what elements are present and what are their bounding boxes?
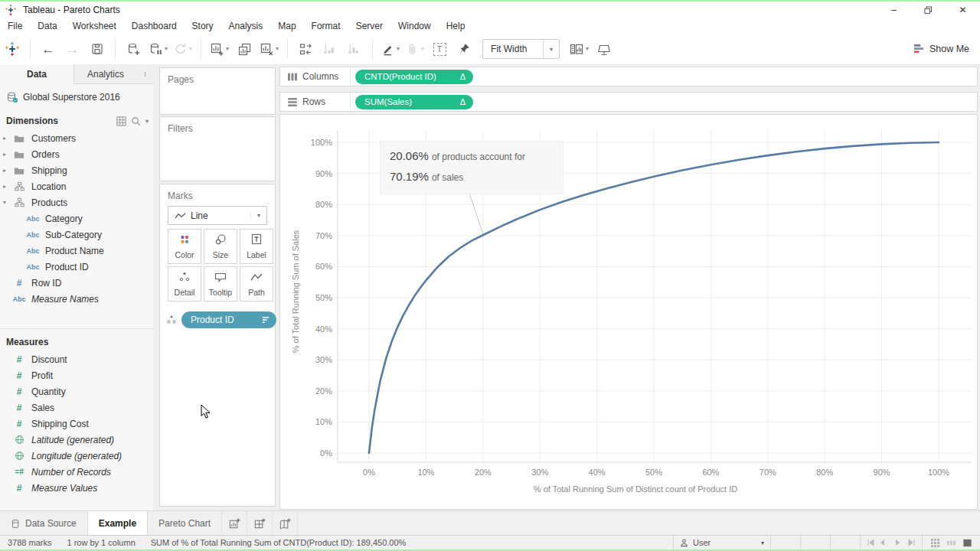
pause-updates-button[interactable]: ▾ — [146, 38, 170, 60]
field-shipping[interactable]: ▸Shipping — [0, 162, 153, 178]
menu-data[interactable]: Data — [30, 21, 64, 31]
clear-sheet-button[interactable]: ▾ — [257, 38, 281, 60]
save-button[interactable] — [86, 38, 109, 60]
filters-shelf[interactable]: Filters — [159, 116, 276, 181]
restore-button[interactable] — [911, 2, 946, 18]
collapse-icon[interactable]: ▾ — [0, 199, 9, 206]
field-products[interactable]: ▾Products — [0, 194, 153, 210]
tab-pareto-chart[interactable]: Pareto Chart — [148, 511, 222, 536]
show-hide-cards-button[interactable]: ▾ — [567, 38, 591, 60]
presentation-mode-button[interactable] — [593, 38, 616, 60]
columns-icon — [287, 72, 298, 82]
color-button[interactable]: Color — [168, 229, 201, 264]
tab-analytics[interactable]: Analytics — [74, 64, 137, 84]
menu-map[interactable]: Map — [270, 21, 303, 31]
close-button[interactable]: ✕ — [946, 2, 980, 18]
field-sub-category[interactable]: AbcSub-Category — [0, 227, 153, 243]
swap-rows-columns-button[interactable] — [294, 38, 317, 60]
menu-story[interactable]: Story — [185, 21, 221, 31]
expand-icon[interactable]: ▸ — [0, 167, 9, 174]
field-category[interactable]: AbcCategory — [0, 210, 153, 227]
rows-shelf[interactable]: Rows SUM(Sales) Δ — [279, 92, 978, 112]
search-icon[interactable] — [131, 116, 141, 126]
datasource-row[interactable]: Global Superstore 2016 — [0, 87, 153, 107]
expand-icon[interactable]: ▸ — [0, 135, 9, 142]
new-story-tab-button[interactable] — [273, 511, 298, 536]
menu-analysis[interactable]: Analysis — [221, 21, 271, 31]
fit-dropdown[interactable]: Fit Width ▾ — [482, 39, 560, 59]
filmstrip-view-icon[interactable] — [946, 538, 956, 548]
minimize-button[interactable]: – — [877, 2, 911, 18]
pane-pin-icon[interactable]: ↕ — [137, 64, 153, 84]
tooltip-button[interactable]: Tooltip — [204, 266, 237, 302]
chart-sheet[interactable]: 0%10%20%30%40%50%60%70%80%90%100%0%10%20… — [279, 114, 978, 510]
marks-count: 3788 marks — [0, 538, 59, 547]
new-worksheet-button[interactable]: ▾ — [207, 38, 231, 60]
redo-button[interactable]: → — [61, 38, 84, 60]
tab-example[interactable]: Example — [88, 511, 148, 536]
group-members-button[interactable]: ▾ — [403, 38, 426, 60]
field-sales[interactable]: #Sales — [0, 399, 153, 416]
sort-ascending-button[interactable] — [318, 38, 341, 60]
field-shipping-cost[interactable]: #Shipping Cost — [0, 416, 153, 432]
mark-type-dropdown[interactable]: Line ▾ — [168, 206, 267, 225]
field-number-of-records[interactable]: =#Number of Records — [0, 464, 153, 480]
field-longitude-generated-[interactable]: Longitude (generated) — [0, 448, 153, 464]
columns-shelf[interactable]: Columns CNTD(Product ID) Δ — [279, 67, 978, 86]
expand-icon[interactable]: ▸ — [0, 151, 9, 158]
field-latitude-generated-[interactable]: Latitude (generated) — [0, 432, 153, 448]
field-profit[interactable]: #Profit — [0, 367, 153, 383]
duplicate-button[interactable] — [233, 38, 256, 60]
columns-pill[interactable]: CNTD(Product ID) Δ — [355, 70, 473, 84]
field-location[interactable]: ▸Location — [0, 178, 153, 194]
undo-button[interactable]: ← — [37, 38, 60, 60]
add-data-button[interactable] — [122, 38, 145, 60]
field-discount[interactable]: #Discount — [0, 351, 153, 367]
label-button[interactable]: Label — [240, 229, 273, 264]
field-quantity[interactable]: #Quantity — [0, 383, 153, 399]
expand-icon[interactable]: ▸ — [0, 183, 9, 190]
tab-data-source[interactable]: Data Source — [0, 511, 88, 536]
pages-shelf[interactable]: Pages — [159, 67, 276, 115]
menu-help[interactable]: Help — [439, 21, 473, 31]
text-label-button[interactable]: T — [428, 38, 451, 60]
view-grid-icon[interactable] — [116, 116, 126, 126]
tableau-logo-icon[interactable] — [1, 38, 24, 60]
field-row-id[interactable]: #Row ID — [0, 275, 153, 291]
user-filter-dropdown[interactable]: User ▾ — [673, 536, 770, 549]
highlight-button[interactable]: ▾ — [379, 38, 402, 60]
field-measure-values[interactable]: #Measure Values — [0, 480, 153, 496]
product-id-pill[interactable]: Product ID — [181, 311, 276, 328]
detail-button[interactable]: Detail — [168, 266, 201, 302]
menu-format[interactable]: Format — [304, 21, 348, 31]
chevron-down-icon[interactable]: ▾ — [543, 40, 559, 58]
toolbar-separator — [372, 39, 373, 59]
show-me-button[interactable]: Show Me — [913, 34, 969, 64]
pin-button[interactable] — [452, 38, 475, 60]
single-view-icon[interactable] — [962, 538, 972, 548]
menu-server[interactable]: Server — [348, 21, 390, 31]
field-label: Quantity — [31, 386, 66, 397]
new-worksheet-tab-button[interactable] — [222, 511, 247, 536]
field-product-name[interactable]: AbcProduct Name — [0, 243, 153, 259]
menu-dashboard[interactable]: Dashboard — [124, 21, 185, 31]
menu-window[interactable]: Window — [390, 21, 439, 31]
sort-descending-button[interactable] — [343, 38, 366, 60]
chevron-down-icon[interactable]: ▾ — [145, 118, 149, 125]
size-button[interactable]: Size — [204, 229, 237, 264]
field-customers[interactable]: ▸Customers — [0, 130, 153, 146]
menu-file[interactable]: File — [0, 21, 30, 31]
refresh-button[interactable]: ▾ — [172, 38, 194, 60]
chevron-down-icon[interactable]: ▾ — [250, 212, 266, 219]
new-dashboard-tab-button[interactable] — [247, 511, 273, 536]
menu-worksheet[interactable]: Worksheet — [65, 21, 124, 31]
path-button[interactable]: Path — [240, 266, 273, 302]
chart-annotation[interactable]: 20.06%of products account for 70.19%of s… — [380, 141, 564, 194]
field-orders[interactable]: ▸Orders — [0, 146, 153, 162]
field-measure-names[interactable]: AbcMeasure Names — [0, 291, 153, 307]
grid-view-icon[interactable] — [930, 538, 940, 548]
tab-data[interactable]: Data — [0, 64, 74, 84]
field-product-id[interactable]: AbcProduct ID — [0, 259, 153, 275]
marks-button-label: Label — [247, 250, 266, 259]
rows-pill[interactable]: SUM(Sales) Δ — [355, 95, 473, 109]
